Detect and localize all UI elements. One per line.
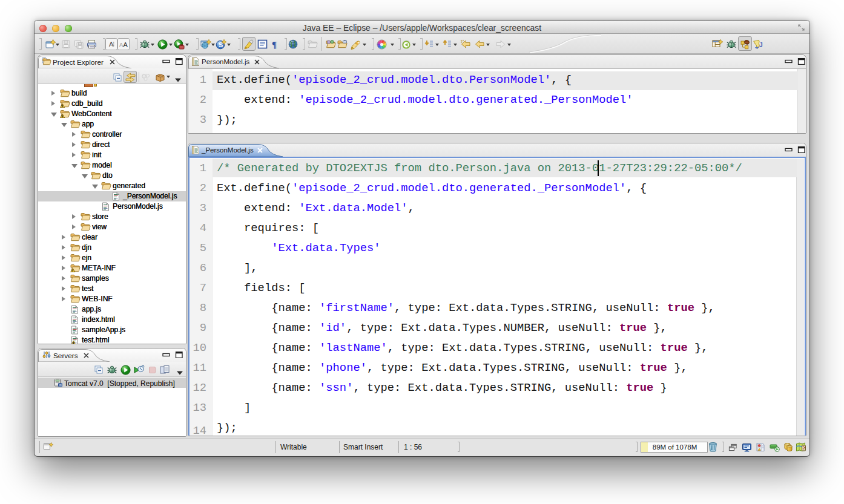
svg-text:J: J [759, 42, 763, 48]
svg-text:A: A [109, 41, 114, 48]
svg-text:¶: ¶ [272, 40, 277, 50]
svg-text:A: A [123, 41, 128, 48]
